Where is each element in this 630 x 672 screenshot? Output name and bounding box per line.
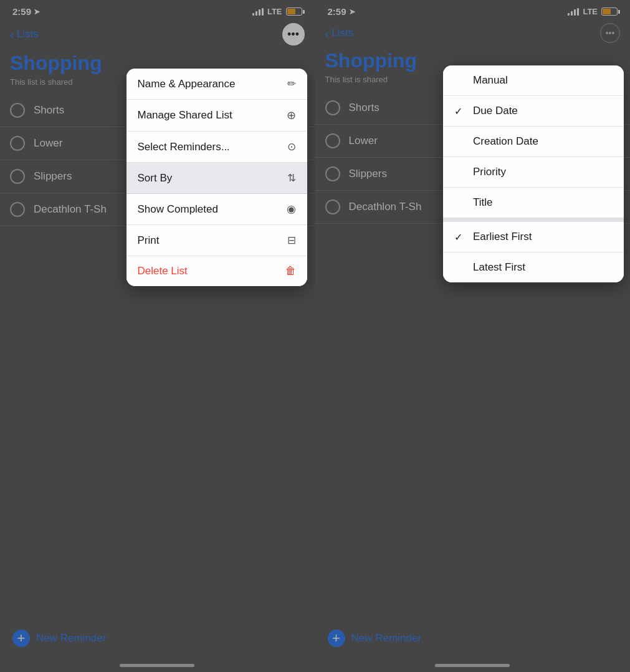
right-panel: 2:59 ➤ LTE ‹ Lists ••• Shopping T (315, 0, 631, 672)
sort-option-latest-first[interactable]: Latest First (443, 252, 624, 282)
sort-option-creation-date[interactable]: Creation Date (443, 127, 624, 157)
menu-item-sort-by[interactable]: Sort By ⇅ (126, 163, 307, 194)
sort-option-priority[interactable]: Priority (443, 157, 624, 188)
circle-check-icon: ⊙ (287, 140, 296, 153)
menu-item-select-reminders[interactable]: Select Reminders... ⊙ (126, 132, 307, 163)
menu-item-name-appearance-label: Name & Appearance (138, 78, 236, 90)
sort-option-manual[interactable]: Manual (443, 65, 624, 96)
shared-icon: ⊕ (287, 108, 296, 122)
menu-item-sort-by-label: Sort By (138, 172, 173, 185)
context-menu: Name & Appearance ✏ Manage Shared List ⊕… (126, 69, 307, 286)
sort-option-due-date[interactable]: ✓ Due Date (443, 96, 624, 127)
sort-icon: ⇅ (287, 171, 296, 185)
sort-option-title[interactable]: Title (443, 188, 624, 218)
sort-option-priority-label: Priority (473, 166, 506, 178)
left-panel: 2:59 ➤ LTE ‹ Lists ••• Shopping T (0, 0, 315, 672)
sort-dropdown: Manual ✓ Due Date Creation Date Priority… (443, 65, 624, 282)
menu-item-manage-shared-label: Manage Shared List (138, 109, 232, 122)
print-icon: ⊟ (287, 234, 296, 247)
sort-option-manual-label: Manual (473, 74, 508, 87)
sort-option-latest-first-label: Latest First (473, 261, 525, 274)
menu-item-show-completed[interactable]: Show Completed ◉ (126, 194, 307, 225)
menu-item-manage-shared[interactable]: Manage Shared List ⊕ (126, 100, 307, 132)
trash-icon: 🗑 (285, 265, 296, 277)
menu-item-name-appearance[interactable]: Name & Appearance ✏ (126, 69, 307, 100)
pencil-icon: ✏ (287, 77, 296, 90)
menu-item-delete-label: Delete List (138, 265, 188, 277)
menu-item-print-label: Print (138, 234, 160, 247)
checkmark-earliest: ✓ (454, 231, 465, 243)
menu-item-select-reminders-label: Select Reminders... (138, 141, 230, 153)
eye-icon: ◉ (287, 203, 296, 216)
sort-option-earliest-first[interactable]: ✓ Earliest First (443, 218, 624, 252)
checkmark-due-date: ✓ (454, 105, 465, 117)
menu-item-delete[interactable]: Delete List 🗑 (126, 256, 307, 286)
sort-option-earliest-first-label: Earliest First (473, 231, 532, 243)
menu-item-print[interactable]: Print ⊟ (126, 225, 307, 256)
sort-option-creation-date-label: Creation Date (473, 135, 538, 148)
sort-option-due-date-label: Due Date (473, 105, 518, 117)
menu-item-show-completed-label: Show Completed (138, 203, 218, 216)
sort-option-title-label: Title (473, 196, 493, 209)
